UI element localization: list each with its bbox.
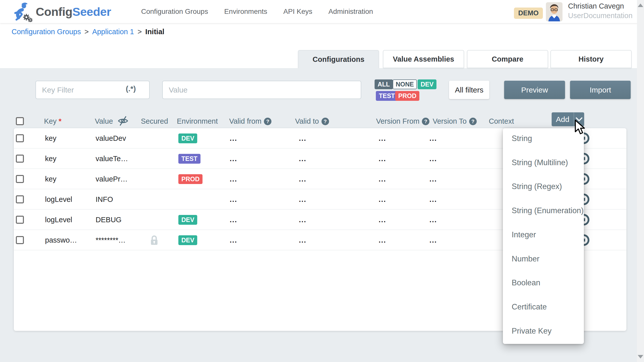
- help-icon[interactable]: ?: [321, 118, 329, 125]
- env-filter-all[interactable]: ALL: [375, 79, 393, 89]
- env-badge: DEV: [178, 133, 197, 143]
- env-filter-prod[interactable]: PROD: [395, 91, 419, 101]
- required-asterisk: *: [59, 117, 61, 125]
- preview-button[interactable]: Preview: [504, 81, 565, 99]
- breadcrumb: Configuration Groups>Application 1>Initi…: [12, 28, 164, 36]
- breadcrumb-link[interactable]: Application 1: [92, 28, 134, 36]
- help-icon[interactable]: ?: [469, 118, 477, 125]
- chevron-down-icon[interactable]: [574, 112, 584, 126]
- brand-primary: Config: [36, 5, 72, 19]
- col-header-value[interactable]: Value: [95, 117, 113, 125]
- env-filter-none[interactable]: NONE: [393, 79, 417, 89]
- tab-configurations[interactable]: Configurations: [298, 50, 379, 68]
- eye-off-icon[interactable]: [117, 116, 129, 126]
- nav-item-api-keys[interactable]: API Keys: [283, 8, 312, 16]
- row-key: key: [45, 128, 56, 149]
- configseeder-app: ConfigSeeder Configuration GroupsEnviron…: [0, 0, 644, 362]
- row-checkbox[interactable]: [16, 155, 24, 163]
- row-key: key: [45, 149, 56, 169]
- help-icon[interactable]: ?: [422, 118, 429, 125]
- col-header-version-to[interactable]: Version To?: [433, 117, 477, 125]
- version-to-value: ...: [429, 169, 437, 189]
- value-filter-input[interactable]: [162, 81, 361, 99]
- row-value: valuePr…: [96, 169, 128, 189]
- version-from-value: ...: [379, 189, 386, 210]
- row-checkbox[interactable]: [16, 134, 24, 142]
- breadcrumb-link[interactable]: Configuration Groups: [12, 28, 81, 36]
- nav-item-configuration-groups[interactable]: Configuration Groups: [141, 8, 208, 16]
- dropdown-item-string-regex[interactable]: String (Regex): [503, 176, 584, 197]
- scroll-down-icon[interactable]: [638, 355, 643, 358]
- row-value: valueDev: [96, 128, 126, 149]
- breadcrumb-tabs-strip: Configuration Groups>Application 1>Initi…: [0, 23, 644, 68]
- row-checkbox[interactable]: [16, 195, 24, 203]
- add-type-dropdown: StringString (Multiline)String (Regex)St…: [503, 128, 584, 344]
- breadcrumb-separator: >: [85, 28, 89, 36]
- version-from-value: ...: [379, 128, 386, 149]
- breadcrumb-current: Initial: [145, 28, 165, 36]
- user-tenant: UserDocumentation: [568, 12, 632, 20]
- nav-item-administration[interactable]: Administration: [329, 8, 373, 16]
- row-value: INFO: [96, 189, 113, 210]
- env-filter-dev[interactable]: DEV: [418, 79, 436, 89]
- valid-to-value: ...: [299, 189, 306, 210]
- avatar[interactable]: [546, 2, 562, 21]
- import-button[interactable]: Import: [570, 81, 631, 99]
- dropdown-item-certificate[interactable]: Certificate: [503, 297, 584, 317]
- row-value: ********…: [96, 230, 126, 250]
- page-scrollbar[interactable]: [637, 0, 644, 362]
- add-button[interactable]: Add: [552, 112, 584, 126]
- row-value: DEBUG: [96, 210, 122, 230]
- help-icon[interactable]: ?: [264, 118, 271, 125]
- version-from-value: ...: [379, 210, 386, 230]
- row-checkbox[interactable]: [16, 236, 24, 244]
- env-filter-test[interactable]: TEST: [376, 91, 398, 101]
- dropdown-item-string[interactable]: String: [503, 128, 584, 149]
- valid-from-value: ...: [230, 189, 237, 210]
- row-checkbox[interactable]: [16, 175, 24, 183]
- col-header-secured[interactable]: Secured: [141, 117, 168, 125]
- tab-history[interactable]: History: [550, 50, 632, 68]
- tab-compare[interactable]: Compare: [467, 50, 548, 68]
- dropdown-item-private-key[interactable]: Private Key: [503, 321, 584, 341]
- all-filters-button[interactable]: All filters: [449, 81, 489, 99]
- top-navbar: ConfigSeeder Configuration GroupsEnviron…: [0, 0, 644, 23]
- tab-value-assemblies[interactable]: Value Assemblies: [383, 50, 464, 68]
- dropdown-item-number[interactable]: Number: [503, 249, 584, 269]
- col-header-version-from[interactable]: Version From?: [376, 117, 429, 125]
- col-header-valid-from[interactable]: Valid from?: [229, 117, 271, 125]
- brand-title[interactable]: ConfigSeeder: [36, 0, 111, 23]
- row-checkbox[interactable]: [16, 216, 24, 224]
- breadcrumb-separator: >: [138, 28, 142, 36]
- valid-to-value: ...: [299, 169, 306, 189]
- nav-item-environments[interactable]: Environments: [224, 8, 267, 16]
- gear-icon: [23, 14, 33, 22]
- valid-to-value: ...: [299, 128, 306, 149]
- dropdown-item-string-enumeration[interactable]: String (Enumeration): [503, 200, 584, 221]
- env-badge: PROD: [178, 174, 203, 184]
- env-badge: DEV: [178, 235, 197, 245]
- valid-from-value: ...: [230, 149, 237, 169]
- col-header-environment[interactable]: Environment: [177, 117, 218, 125]
- dropdown-item-integer[interactable]: Integer: [503, 224, 584, 245]
- dropdown-item-boolean[interactable]: Boolean: [503, 273, 584, 293]
- valid-from-value: ...: [230, 230, 237, 250]
- user-name[interactable]: Christian Cavegn: [568, 2, 624, 10]
- key-filter-input[interactable]: [35, 81, 150, 99]
- logo-icon: [12, 2, 34, 22]
- valid-to-value: ...: [299, 230, 306, 250]
- scroll-up-icon[interactable]: [638, 4, 643, 7]
- col-header-context[interactable]: Context: [489, 117, 514, 125]
- main-nav: Configuration GroupsEnvironmentsAPI Keys…: [141, 0, 373, 23]
- version-to-value: ...: [429, 128, 437, 149]
- row-key: passwo…: [45, 230, 77, 250]
- col-header-key[interactable]: Key *: [44, 117, 61, 125]
- dropdown-item-string-multiline[interactable]: String (Multiline): [503, 152, 584, 173]
- row-key: key: [45, 169, 56, 189]
- select-all-checkbox[interactable]: [16, 117, 24, 125]
- valid-to-value: ...: [299, 210, 306, 230]
- valid-to-value: ...: [299, 149, 306, 169]
- demo-badge: DEMO: [514, 8, 543, 19]
- col-header-valid-to[interactable]: Valid to?: [295, 117, 329, 125]
- version-from-value: ...: [379, 149, 386, 169]
